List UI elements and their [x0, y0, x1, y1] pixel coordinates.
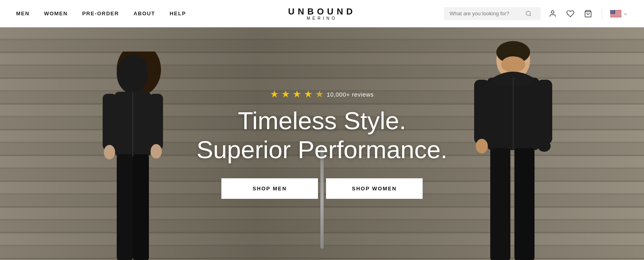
- svg-rect-56: [514, 148, 535, 260]
- nav-preorder[interactable]: PRE-ORDER: [82, 10, 119, 17]
- divider: [602, 9, 602, 19]
- svg-point-20: [613, 11, 614, 11]
- headline-line1: Timeless Style.: [238, 107, 406, 134]
- reviews-count: 10,000+ reviews: [326, 91, 374, 98]
- wishlist-button[interactable]: [565, 8, 576, 19]
- country-selector[interactable]: [610, 10, 628, 17]
- hero-content: ★ ★ ★ ★ ★ 10,000+ reviews Timeless Style…: [188, 89, 456, 199]
- hero-headline: Timeless Style. Superior Performance.: [196, 106, 448, 164]
- svg-point-2: [551, 10, 554, 13]
- search-input[interactable]: [450, 10, 522, 17]
- svg-rect-9: [610, 15, 621, 15]
- svg-point-30: [611, 13, 611, 13]
- logo-top: UNBOUND: [288, 6, 356, 17]
- nav-men[interactable]: MEN: [16, 10, 29, 17]
- nav-right: [444, 7, 628, 20]
- svg-rect-55: [490, 148, 510, 260]
- svg-point-16: [614, 10, 614, 10]
- nav-about[interactable]: ABOUT: [134, 10, 155, 17]
- headline-line2: Superior Performance.: [196, 136, 448, 163]
- svg-rect-51: [474, 80, 489, 144]
- hero-stars: ★ ★ ★ ★ ★ 10,000+ reviews: [196, 89, 448, 100]
- svg-point-31: [611, 13, 612, 13]
- svg-rect-40: [103, 94, 117, 150]
- svg-point-21: [611, 11, 611, 12]
- shop-men-button[interactable]: SHOP MEN: [221, 178, 318, 199]
- svg-rect-45: [133, 154, 149, 260]
- nav-women[interactable]: WOMEN: [44, 10, 68, 17]
- svg-point-14: [612, 10, 613, 10]
- search-bar[interactable]: [444, 7, 541, 20]
- svg-point-28: [613, 12, 613, 12]
- svg-point-13: [611, 10, 612, 10]
- svg-point-29: [613, 12, 614, 12]
- svg-point-48: [501, 56, 525, 72]
- svg-rect-41: [149, 94, 163, 150]
- svg-point-22: [611, 11, 612, 12]
- svg-point-27: [612, 12, 612, 12]
- search-icon: [525, 10, 532, 17]
- svg-rect-44: [117, 154, 133, 260]
- header: MEN WOMEN PRE-ORDER ABOUT HELP UNBOUND M…: [0, 0, 644, 27]
- star-2: ★: [281, 89, 290, 100]
- cart-button[interactable]: [582, 8, 594, 19]
- svg-point-0: [526, 11, 530, 16]
- svg-point-33: [613, 13, 613, 13]
- hero-section: ★ ★ ★ ★ ★ 10,000+ reviews Timeless Style…: [0, 27, 644, 260]
- svg-point-26: [611, 12, 611, 12]
- figure-man: [455, 39, 572, 260]
- svg-point-54: [476, 139, 488, 153]
- star-1: ★: [270, 89, 279, 100]
- nav-help[interactable]: HELP: [169, 10, 186, 17]
- logo[interactable]: UNBOUND MERINO: [288, 6, 356, 21]
- svg-point-19: [613, 11, 613, 11]
- nav-left: MEN WOMEN PRE-ORDER ABOUT HELP: [16, 10, 186, 17]
- shop-women-button[interactable]: SHOP WOMEN: [326, 178, 423, 199]
- svg-point-32: [612, 13, 613, 13]
- svg-point-17: [611, 11, 611, 11]
- svg-point-12: [611, 10, 611, 10]
- svg-rect-8: [610, 14, 621, 14]
- star-half: ★: [315, 89, 324, 100]
- svg-point-15: [613, 10, 613, 10]
- star-4: ★: [304, 89, 313, 100]
- svg-point-24: [613, 11, 613, 12]
- star-3: ★: [293, 89, 301, 100]
- svg-point-34: [614, 13, 614, 13]
- svg-point-42: [104, 145, 115, 159]
- hero-buttons: SHOP MEN SHOP WOMEN: [196, 178, 448, 199]
- svg-line-1: [530, 15, 531, 16]
- svg-rect-52: [537, 80, 552, 144]
- svg-point-23: [612, 11, 613, 12]
- flag-icon: [610, 10, 621, 17]
- svg-point-25: [614, 11, 614, 12]
- chevron-down-icon: [623, 10, 628, 17]
- svg-point-53: [538, 140, 551, 152]
- svg-rect-10: [610, 16, 621, 17]
- account-button[interactable]: [547, 8, 558, 19]
- svg-point-18: [612, 11, 612, 11]
- svg-point-43: [151, 144, 162, 159]
- svg-point-37: [118, 54, 148, 93]
- figure-woman: [80, 52, 185, 260]
